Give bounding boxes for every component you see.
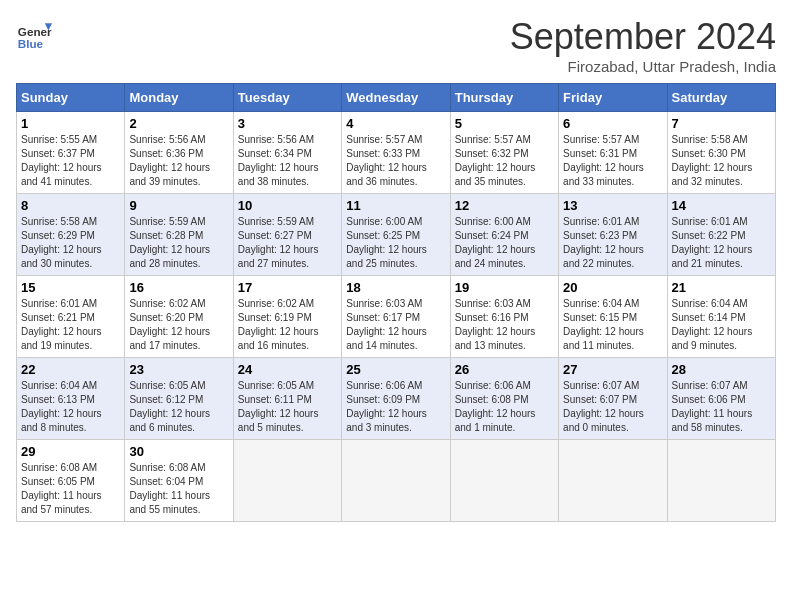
calendar-cell: 8Sunrise: 5:58 AMSunset: 6:29 PMDaylight… xyxy=(17,194,125,276)
day-number: 2 xyxy=(129,116,228,131)
day-number: 7 xyxy=(672,116,771,131)
calendar-cell: 5Sunrise: 5:57 AMSunset: 6:32 PMDaylight… xyxy=(450,112,558,194)
calendar-cell: 14Sunrise: 6:01 AMSunset: 6:22 PMDayligh… xyxy=(667,194,775,276)
day-number: 5 xyxy=(455,116,554,131)
day-number: 21 xyxy=(672,280,771,295)
weekday-header-sunday: Sunday xyxy=(17,84,125,112)
calendar-cell: 12Sunrise: 6:00 AMSunset: 6:24 PMDayligh… xyxy=(450,194,558,276)
day-number: 16 xyxy=(129,280,228,295)
calendar-cell: 18Sunrise: 6:03 AMSunset: 6:17 PMDayligh… xyxy=(342,276,450,358)
day-info: Sunrise: 6:03 AMSunset: 6:16 PMDaylight:… xyxy=(455,297,554,353)
calendar-week-5: 29Sunrise: 6:08 AMSunset: 6:05 PMDayligh… xyxy=(17,440,776,522)
weekday-header-tuesday: Tuesday xyxy=(233,84,341,112)
day-info: Sunrise: 6:04 AMSunset: 6:13 PMDaylight:… xyxy=(21,379,120,435)
day-info: Sunrise: 5:59 AMSunset: 6:28 PMDaylight:… xyxy=(129,215,228,271)
weekday-header-monday: Monday xyxy=(125,84,233,112)
calendar-week-4: 22Sunrise: 6:04 AMSunset: 6:13 PMDayligh… xyxy=(17,358,776,440)
day-info: Sunrise: 6:05 AMSunset: 6:12 PMDaylight:… xyxy=(129,379,228,435)
subtitle: Firozabad, Uttar Pradesh, India xyxy=(510,58,776,75)
day-info: Sunrise: 6:06 AMSunset: 6:09 PMDaylight:… xyxy=(346,379,445,435)
calendar-cell: 26Sunrise: 6:06 AMSunset: 6:08 PMDayligh… xyxy=(450,358,558,440)
day-info: Sunrise: 6:02 AMSunset: 6:20 PMDaylight:… xyxy=(129,297,228,353)
calendar-cell: 10Sunrise: 5:59 AMSunset: 6:27 PMDayligh… xyxy=(233,194,341,276)
calendar-cell: 3Sunrise: 5:56 AMSunset: 6:34 PMDaylight… xyxy=(233,112,341,194)
day-info: Sunrise: 6:07 AMSunset: 6:06 PMDaylight:… xyxy=(672,379,771,435)
weekday-header-friday: Friday xyxy=(559,84,667,112)
day-number: 4 xyxy=(346,116,445,131)
day-info: Sunrise: 5:57 AMSunset: 6:33 PMDaylight:… xyxy=(346,133,445,189)
title-block: September 2024 Firozabad, Uttar Pradesh,… xyxy=(510,16,776,75)
calendar-cell xyxy=(667,440,775,522)
weekday-header-row: SundayMondayTuesdayWednesdayThursdayFrid… xyxy=(17,84,776,112)
day-info: Sunrise: 5:58 AMSunset: 6:30 PMDaylight:… xyxy=(672,133,771,189)
day-info: Sunrise: 5:57 AMSunset: 6:31 PMDaylight:… xyxy=(563,133,662,189)
logo-icon: General Blue xyxy=(16,16,52,52)
calendar-cell: 19Sunrise: 6:03 AMSunset: 6:16 PMDayligh… xyxy=(450,276,558,358)
day-info: Sunrise: 6:04 AMSunset: 6:14 PMDaylight:… xyxy=(672,297,771,353)
day-number: 3 xyxy=(238,116,337,131)
day-info: Sunrise: 6:01 AMSunset: 6:23 PMDaylight:… xyxy=(563,215,662,271)
calendar-cell: 23Sunrise: 6:05 AMSunset: 6:12 PMDayligh… xyxy=(125,358,233,440)
calendar-cell: 27Sunrise: 6:07 AMSunset: 6:07 PMDayligh… xyxy=(559,358,667,440)
calendar-week-1: 1Sunrise: 5:55 AMSunset: 6:37 PMDaylight… xyxy=(17,112,776,194)
day-info: Sunrise: 6:00 AMSunset: 6:24 PMDaylight:… xyxy=(455,215,554,271)
calendar-cell: 17Sunrise: 6:02 AMSunset: 6:19 PMDayligh… xyxy=(233,276,341,358)
weekday-header-wednesday: Wednesday xyxy=(342,84,450,112)
day-number: 22 xyxy=(21,362,120,377)
day-number: 18 xyxy=(346,280,445,295)
calendar-cell: 13Sunrise: 6:01 AMSunset: 6:23 PMDayligh… xyxy=(559,194,667,276)
day-number: 29 xyxy=(21,444,120,459)
day-number: 24 xyxy=(238,362,337,377)
day-number: 23 xyxy=(129,362,228,377)
day-info: Sunrise: 5:55 AMSunset: 6:37 PMDaylight:… xyxy=(21,133,120,189)
day-number: 12 xyxy=(455,198,554,213)
calendar-cell: 22Sunrise: 6:04 AMSunset: 6:13 PMDayligh… xyxy=(17,358,125,440)
calendar-cell: 30Sunrise: 6:08 AMSunset: 6:04 PMDayligh… xyxy=(125,440,233,522)
day-info: Sunrise: 5:57 AMSunset: 6:32 PMDaylight:… xyxy=(455,133,554,189)
calendar-cell: 28Sunrise: 6:07 AMSunset: 6:06 PMDayligh… xyxy=(667,358,775,440)
day-info: Sunrise: 6:03 AMSunset: 6:17 PMDaylight:… xyxy=(346,297,445,353)
day-number: 25 xyxy=(346,362,445,377)
calendar-cell: 2Sunrise: 5:56 AMSunset: 6:36 PMDaylight… xyxy=(125,112,233,194)
calendar-table: SundayMondayTuesdayWednesdayThursdayFrid… xyxy=(16,83,776,522)
day-info: Sunrise: 5:58 AMSunset: 6:29 PMDaylight:… xyxy=(21,215,120,271)
day-info: Sunrise: 6:04 AMSunset: 6:15 PMDaylight:… xyxy=(563,297,662,353)
calendar-cell: 11Sunrise: 6:00 AMSunset: 6:25 PMDayligh… xyxy=(342,194,450,276)
day-info: Sunrise: 5:56 AMSunset: 6:34 PMDaylight:… xyxy=(238,133,337,189)
day-number: 27 xyxy=(563,362,662,377)
day-info: Sunrise: 6:07 AMSunset: 6:07 PMDaylight:… xyxy=(563,379,662,435)
calendar-week-3: 15Sunrise: 6:01 AMSunset: 6:21 PMDayligh… xyxy=(17,276,776,358)
calendar-cell xyxy=(450,440,558,522)
day-number: 6 xyxy=(563,116,662,131)
day-info: Sunrise: 6:08 AMSunset: 6:04 PMDaylight:… xyxy=(129,461,228,517)
calendar-cell xyxy=(342,440,450,522)
day-number: 13 xyxy=(563,198,662,213)
day-info: Sunrise: 6:06 AMSunset: 6:08 PMDaylight:… xyxy=(455,379,554,435)
main-title: September 2024 xyxy=(510,16,776,58)
day-info: Sunrise: 6:01 AMSunset: 6:21 PMDaylight:… xyxy=(21,297,120,353)
day-number: 17 xyxy=(238,280,337,295)
day-info: Sunrise: 5:56 AMSunset: 6:36 PMDaylight:… xyxy=(129,133,228,189)
day-number: 10 xyxy=(238,198,337,213)
calendar-cell xyxy=(559,440,667,522)
day-info: Sunrise: 6:02 AMSunset: 6:19 PMDaylight:… xyxy=(238,297,337,353)
day-info: Sunrise: 6:01 AMSunset: 6:22 PMDaylight:… xyxy=(672,215,771,271)
calendar-cell: 20Sunrise: 6:04 AMSunset: 6:15 PMDayligh… xyxy=(559,276,667,358)
calendar-cell: 4Sunrise: 5:57 AMSunset: 6:33 PMDaylight… xyxy=(342,112,450,194)
day-number: 26 xyxy=(455,362,554,377)
day-number: 28 xyxy=(672,362,771,377)
calendar-cell: 24Sunrise: 6:05 AMSunset: 6:11 PMDayligh… xyxy=(233,358,341,440)
day-number: 1 xyxy=(21,116,120,131)
svg-text:Blue: Blue xyxy=(18,37,44,50)
day-number: 9 xyxy=(129,198,228,213)
calendar-cell: 6Sunrise: 5:57 AMSunset: 6:31 PMDaylight… xyxy=(559,112,667,194)
logo: General Blue xyxy=(16,16,52,52)
day-number: 8 xyxy=(21,198,120,213)
calendar-cell: 15Sunrise: 6:01 AMSunset: 6:21 PMDayligh… xyxy=(17,276,125,358)
calendar-week-2: 8Sunrise: 5:58 AMSunset: 6:29 PMDaylight… xyxy=(17,194,776,276)
day-info: Sunrise: 6:08 AMSunset: 6:05 PMDaylight:… xyxy=(21,461,120,517)
day-info: Sunrise: 5:59 AMSunset: 6:27 PMDaylight:… xyxy=(238,215,337,271)
day-number: 15 xyxy=(21,280,120,295)
calendar-cell: 7Sunrise: 5:58 AMSunset: 6:30 PMDaylight… xyxy=(667,112,775,194)
day-info: Sunrise: 6:00 AMSunset: 6:25 PMDaylight:… xyxy=(346,215,445,271)
